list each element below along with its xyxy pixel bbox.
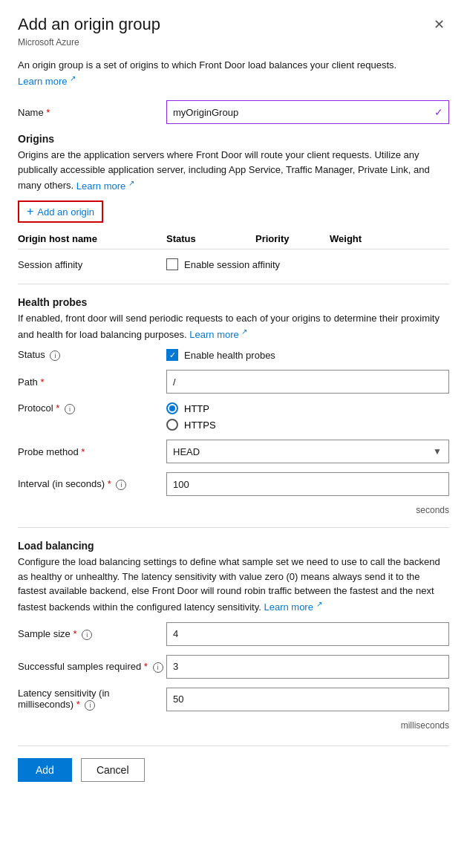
- latency-input[interactable]: [166, 688, 449, 711]
- sample-size-info-icon[interactable]: i: [82, 630, 92, 640]
- footer-bar: Add Cancel: [18, 745, 449, 782]
- panel-title: Add an origin group: [18, 15, 160, 34]
- origins-title: Origins: [18, 133, 449, 145]
- th-status: Status: [166, 233, 255, 244]
- protocol-https-label[interactable]: HTTPS: [166, 419, 216, 431]
- probe-method-select-wrapper: HEAD GET ▼: [166, 440, 449, 463]
- load-balancing-learn-more-link[interactable]: Learn more ↗: [264, 601, 321, 613]
- health-probes-external-icon: ↗: [241, 327, 247, 336]
- session-affinity-row: Session affinity Enable session affinity: [18, 258, 449, 270]
- load-balancing-external-icon: ↗: [316, 600, 322, 608]
- health-probe-status-row: Status i ✓ Enable health probes: [18, 349, 449, 361]
- origins-learn-more-link[interactable]: Learn more ↗: [76, 180, 134, 192]
- load-balancing-section: Load balancing Configure the load balanc…: [18, 540, 449, 730]
- successful-samples-row: Successful samples required * i: [18, 655, 449, 679]
- protocol-https-radio[interactable]: [166, 419, 178, 431]
- sample-size-row: Sample size * i: [18, 622, 449, 646]
- name-input-wrapper: ✓: [166, 100, 449, 124]
- origins-external-icon: ↗: [128, 178, 134, 186]
- interval-info-icon[interactable]: i: [116, 480, 126, 490]
- intro-learn-more-link[interactable]: Learn more ↗: [18, 76, 76, 87]
- successful-samples-label: Successful samples required * i: [18, 661, 166, 673]
- enable-health-probes-checkbox[interactable]: ✓: [166, 349, 178, 361]
- health-probes-description: If enabled, front door will send periodi…: [18, 311, 449, 342]
- path-required-marker: *: [40, 376, 44, 388]
- name-check-icon: ✓: [434, 106, 443, 118]
- name-field-row: Name * ✓: [18, 100, 449, 124]
- path-row: Path *: [18, 370, 449, 394]
- path-input[interactable]: [166, 370, 449, 394]
- successful-samples-input[interactable]: [166, 655, 449, 679]
- protocol-radio-group: HTTP HTTPS: [166, 402, 216, 431]
- successful-samples-required-marker: *: [144, 661, 148, 672]
- health-probes-learn-more-link[interactable]: Learn more ↗: [189, 329, 247, 340]
- sample-size-label: Sample size * i: [18, 628, 166, 640]
- health-probe-status-label: Status i: [18, 349, 166, 361]
- add-origin-button[interactable]: + Add an origin: [18, 200, 103, 223]
- protocol-required-marker: *: [56, 402, 59, 414]
- close-button[interactable]: ✕: [429, 15, 449, 34]
- add-origin-plus-icon: +: [27, 205, 33, 218]
- health-probe-status-info-icon[interactable]: i: [50, 350, 60, 361]
- intro-external-icon: ↗: [70, 74, 76, 82]
- protocol-label: Protocol * i: [18, 402, 166, 414]
- successful-samples-info-icon[interactable]: i: [153, 662, 163, 673]
- protocol-http-label[interactable]: HTTP: [166, 402, 216, 414]
- protocol-row: Protocol * i HTTP HTTPS: [18, 402, 449, 431]
- sample-size-input[interactable]: [166, 622, 449, 646]
- add-origin-group-panel: Add an origin group ✕ Microsoft Azure An…: [0, 0, 467, 868]
- interval-required-marker: *: [108, 478, 111, 489]
- origins-section: Origins Origins are the application serv…: [18, 133, 449, 249]
- probe-method-select[interactable]: HEAD GET: [166, 440, 449, 463]
- name-label: Name *: [18, 107, 166, 118]
- latency-unit-label: milliseconds: [18, 720, 449, 731]
- sample-size-required-marker: *: [73, 628, 76, 639]
- probe-method-required-marker: *: [81, 446, 85, 457]
- protocol-http-text: HTTP: [184, 403, 209, 414]
- divider-1: [18, 284, 449, 284]
- latency-row: Latency sensitivity (in milliseconds) * …: [18, 688, 449, 711]
- name-required-marker: *: [46, 107, 50, 118]
- panel-header: Add an origin group ✕: [18, 15, 449, 34]
- interval-input[interactable]: [166, 472, 449, 496]
- health-probes-title: Health probes: [18, 296, 449, 308]
- panel-subtitle: Microsoft Azure: [18, 37, 449, 48]
- latency-required-marker: *: [76, 699, 80, 710]
- add-origin-label: Add an origin: [37, 206, 94, 218]
- load-balancing-description: Configure the load balancing settings to…: [18, 555, 449, 614]
- protocol-http-radio-inner: [169, 405, 175, 411]
- th-weight: Weight: [330, 233, 362, 244]
- interval-label: Interval (in seconds) * i: [18, 478, 166, 490]
- protocol-info-icon[interactable]: i: [65, 404, 75, 414]
- enable-health-probes-text: Enable health probes: [184, 350, 275, 361]
- session-affinity-label: Session affinity: [18, 259, 166, 270]
- path-label: Path *: [18, 376, 166, 388]
- session-affinity-checkbox[interactable]: [166, 258, 178, 270]
- probe-method-row: Probe method * HEAD GET ▼: [18, 440, 449, 463]
- probe-method-label: Probe method *: [18, 446, 166, 457]
- interval-row: Interval (in seconds) * i: [18, 472, 449, 496]
- latency-label: Latency sensitivity (in milliseconds) * …: [18, 688, 166, 711]
- intro-description: An origin group is a set of origins to w…: [18, 58, 449, 88]
- name-input[interactable]: [166, 100, 449, 124]
- session-affinity-checkbox-label[interactable]: Enable session affinity: [166, 258, 280, 270]
- health-probes-section: Health probes If enabled, front door wil…: [18, 296, 449, 515]
- latency-info-icon[interactable]: i: [85, 700, 95, 711]
- cancel-button[interactable]: Cancel: [81, 758, 145, 782]
- enable-health-probes-label[interactable]: ✓ Enable health probes: [166, 349, 275, 361]
- th-priority: Priority: [255, 233, 330, 244]
- interval-unit-label: seconds: [18, 505, 449, 515]
- th-hostname: Origin host name: [18, 233, 166, 244]
- load-balancing-title: Load balancing: [18, 540, 449, 552]
- origins-table-header: Origin host name Status Priority Weight: [18, 229, 449, 249]
- protocol-https-text: HTTPS: [184, 420, 216, 431]
- add-button[interactable]: Add: [18, 758, 72, 782]
- divider-2: [18, 527, 449, 528]
- protocol-http-radio[interactable]: [166, 402, 178, 414]
- session-affinity-checkbox-text: Enable session affinity: [184, 259, 280, 270]
- origins-description: Origins are the application servers wher…: [18, 148, 449, 193]
